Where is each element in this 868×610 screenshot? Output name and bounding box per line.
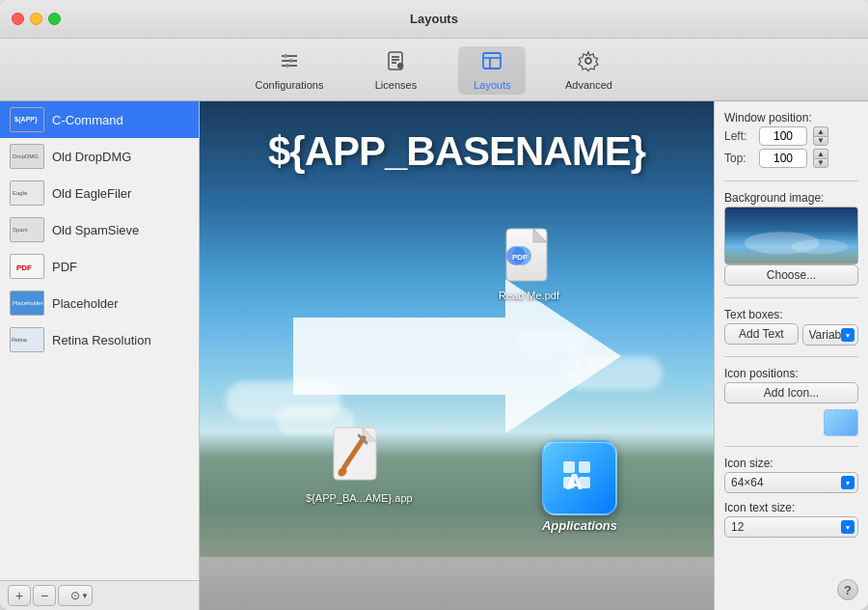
canvas-background: ${APP_BASENAME} LWSC.COM xyxy=(200,101,714,610)
sidebar-item-label: C-Command xyxy=(52,113,123,127)
retina-thumbnail: Retina xyxy=(10,327,44,352)
sidebar-item-old-spamsieve[interactable]: Spam Old SpamSieve xyxy=(0,211,199,248)
tab-configurations[interactable]: Configurations xyxy=(246,46,334,95)
top-position-row: Top: ▲ ▼ xyxy=(724,149,858,168)
add-layout-button[interactable]: + xyxy=(8,585,31,606)
icon-size-select[interactable]: 64×64 32×32 128×128 xyxy=(724,472,858,493)
tab-advanced[interactable]: Advanced xyxy=(555,46,622,95)
window-title: Layouts xyxy=(410,12,458,26)
divider-4 xyxy=(724,446,858,447)
svg-text:Eagle: Eagle xyxy=(13,190,28,196)
top-value-input[interactable] xyxy=(759,149,807,168)
add-icon-button[interactable]: Add Icon... xyxy=(724,382,858,403)
c-command-thumbnail: ${APP} xyxy=(10,107,44,132)
sidebar-item-c-command[interactable]: ${APP} C-Command xyxy=(0,101,199,138)
tab-licenses-label: Licenses xyxy=(375,79,417,91)
sidebar-item-label: Retina Resolution xyxy=(52,333,151,347)
svg-text:DropDMG: DropDMG xyxy=(13,153,39,159)
svg-text:PDF: PDF xyxy=(512,253,528,262)
actions-button[interactable]: ⊙ ▼ xyxy=(58,585,93,606)
svg-text:A: A xyxy=(566,470,583,494)
applications-folder-icon[interactable]: A Applications xyxy=(542,440,617,533)
divider-2 xyxy=(724,297,858,298)
svg-text:Retina: Retina xyxy=(12,337,28,343)
top-label: Top: xyxy=(724,152,753,165)
svg-rect-12 xyxy=(483,53,501,69)
icon-positions-section: Icon positions: Add Icon... xyxy=(724,367,858,436)
top-increment-button[interactable]: ▲ xyxy=(813,149,828,158)
window-position-section: Window position: Left: ▲ ▼ Top: ▲ ▼ xyxy=(724,111,858,171)
toolbar: Configurations ✓ Licenses xyxy=(0,39,868,101)
background-thumbnail[interactable] xyxy=(724,207,858,264)
main-content: ${APP} C-Command DropDMG Old DropDMG xyxy=(0,101,868,610)
app-icon-label: ${APP_BA...AME}.app xyxy=(306,492,413,504)
old-spamsieve-thumbnail: Spam xyxy=(10,217,44,242)
icon-text-size-title: Icon text size: xyxy=(724,501,858,514)
add-text-button[interactable]: Add Text xyxy=(724,323,799,345)
svg-point-3 xyxy=(284,54,287,58)
sidebar-item-old-eaglefiler[interactable]: Eagle Old EagleFiler xyxy=(0,175,199,211)
tab-layouts[interactable]: Layouts xyxy=(458,46,526,95)
background-image-title: Background image: xyxy=(724,191,858,205)
text-boxes-buttons: Add Text Variables xyxy=(724,323,858,347)
traffic-lights xyxy=(12,13,61,25)
sidebar-item-pdf[interactable]: PDF PDF xyxy=(0,248,199,285)
old-eaglefiler-thumbnail: Eagle xyxy=(10,180,44,206)
svg-point-5 xyxy=(285,64,289,68)
window-position-title: Window position: xyxy=(724,111,858,125)
doc-badge-icon: ✓ xyxy=(385,50,406,76)
maximize-button[interactable] xyxy=(48,13,61,25)
help-button[interactable]: ? xyxy=(837,579,858,600)
tab-licenses[interactable]: ✓ Licenses xyxy=(362,46,429,95)
svg-text:${APP}: ${APP} xyxy=(14,116,38,124)
divider-3 xyxy=(724,356,858,357)
main-window: Layouts Configurations xyxy=(0,0,868,610)
variables-select[interactable]: Variables xyxy=(802,324,859,346)
sliders-icon xyxy=(279,50,300,76)
sidebar-item-placeholder[interactable]: Placeholder Placeholder xyxy=(0,285,199,321)
background-image-section: Background image: xyxy=(724,191,858,288)
left-increment-button[interactable]: ▲ xyxy=(813,126,828,136)
icon-text-size-select-container: 12 10 14 xyxy=(724,516,858,538)
svg-text:Placeholder: Placeholder xyxy=(13,300,43,306)
sidebar-item-label: Old SpamSieve xyxy=(52,223,139,237)
minimize-button[interactable] xyxy=(30,13,42,25)
left-decrement-button[interactable]: ▼ xyxy=(813,136,828,146)
pdf-icon-label: Read Me.pdf xyxy=(499,290,559,301)
text-boxes-title: Text boxes: xyxy=(724,308,858,321)
sidebar-item-label: Old DropDMG xyxy=(52,150,131,164)
sidebar-item-old-dropdmg[interactable]: DropDMG Old DropDMG xyxy=(0,138,199,175)
pdf-file-icon[interactable]: PDF Read Me.pdf xyxy=(499,227,559,301)
top-stepper: ▲ ▼ xyxy=(813,149,828,168)
apps-folder-graphic: A xyxy=(542,440,617,515)
choose-bg-button[interactable]: Choose... xyxy=(724,264,858,286)
sidebar-item-label: Old EagleFiler xyxy=(52,186,131,201)
app-file-icon[interactable]: ${APP_BA...AME}.app xyxy=(306,424,413,504)
close-button[interactable] xyxy=(12,13,24,25)
old-dropdmg-thumbnail: DropDMG xyxy=(10,144,44,169)
icon-text-size-section: Icon text size: 12 10 14 xyxy=(724,501,858,538)
icon-text-size-select[interactable]: 12 10 14 xyxy=(724,516,858,538)
pdf-thumbnail: PDF xyxy=(10,254,44,279)
gear-icon xyxy=(578,50,599,76)
window-layout-icon xyxy=(481,50,502,76)
left-value-input[interactable] xyxy=(759,126,807,146)
placeholder-thumbnail: Placeholder xyxy=(10,291,44,316)
app-basename-text: ${APP_BASENAME} xyxy=(200,128,714,175)
sidebar-item-label: PDF xyxy=(52,260,77,274)
svg-text:Spam: Spam xyxy=(13,227,28,233)
canvas-area: ${APP_BASENAME} LWSC.COM xyxy=(200,101,714,610)
apps-folder-label: Applications xyxy=(542,518,617,533)
icon-pos-placeholder-wrapper xyxy=(724,409,858,436)
text-boxes-section: Text boxes: Add Text Variables xyxy=(724,308,858,347)
sidebar-bottom-bar: + − ⊙ ▼ xyxy=(0,580,199,610)
svg-point-15 xyxy=(585,58,591,64)
canvas-bottom-bar xyxy=(200,557,714,610)
left-position-row: Left: ▲ ▼ xyxy=(724,126,858,146)
icon-size-title: Icon size: xyxy=(724,457,858,470)
top-decrement-button[interactable]: ▼ xyxy=(813,158,828,168)
sidebar: ${APP} C-Command DropDMG Old DropDMG xyxy=(0,101,200,610)
sidebar-item-retina[interactable]: Retina Retina Resolution xyxy=(0,321,199,358)
svg-point-4 xyxy=(289,59,293,63)
remove-layout-button[interactable]: − xyxy=(33,585,56,606)
